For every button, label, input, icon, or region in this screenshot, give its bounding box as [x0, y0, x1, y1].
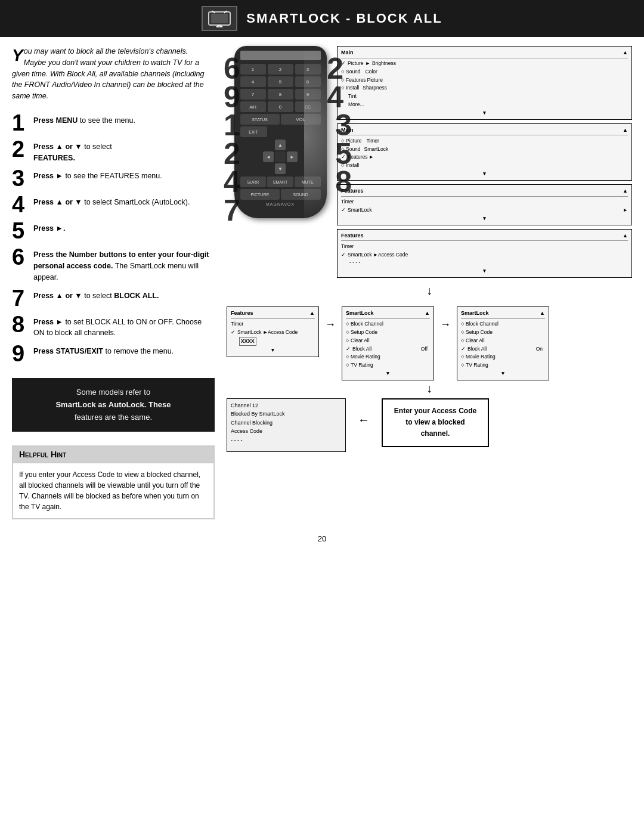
channel-blocked-area: Channel 12 Blocked By SmartLock Channel … — [227, 398, 632, 452]
step-9: 9 Press STATUS/EXIT to remove the menu. — [12, 342, 215, 365]
screen2-row4: ◇ Install — [341, 162, 628, 170]
screen6-bottom: ▼ — [346, 369, 430, 377]
logo-box — [202, 6, 237, 31]
screen1-row1: ✓ Picture ► Brightness — [341, 60, 628, 68]
some-models-box: Some models refer to SmartLock as AutoLo… — [12, 378, 215, 432]
tv-screen-1: Main ▲ ✓ Picture ► Brightness ◇ Sound Co… — [337, 46, 632, 120]
screen4-bottom: ▼ — [341, 267, 628, 275]
drop-cap: Y — [12, 47, 23, 64]
screen3-row1: Timer — [341, 198, 628, 206]
remote-btn-smart[interactable]: SMART — [267, 176, 293, 187]
screen5-row2: ✓ SmartLock ► Access Code — [231, 329, 315, 337]
step-7-number: 7 — [12, 287, 29, 309]
remote-btn-cc[interactable]: CC — [295, 101, 321, 112]
dpad-right[interactable]: ► — [287, 151, 298, 162]
step-1-number: 1 — [12, 112, 29, 134]
remote-btn-5[interactable]: 5 — [268, 76, 293, 87]
lower-screens: Features ▲ Timer ✓ SmartLock ► Access Co… — [227, 306, 632, 380]
helpful-hint-body: If you enter your Access Code to view a … — [13, 463, 213, 518]
screen1-row2: ◇ Sound Color — [341, 67, 628, 76]
screen7-bottom: ▼ — [461, 369, 545, 377]
screens-right-stack: Main ▲ ✓ Picture ► Brightness ◇ Sound Co… — [337, 46, 632, 278]
step-1-text: Press MENU to see the menu. — [33, 112, 135, 126]
tv-screen-4: Features ▲ Timer ✓ SmartLock ► Access Co… — [337, 229, 632, 278]
channel-row3: Channel Blocking — [231, 419, 342, 428]
remote-btn-2[interactable]: 2 — [268, 64, 293, 75]
page-header: SmartLock - Block All — [0, 0, 644, 37]
step-6-text: Press the Number buttons to enter your f… — [33, 246, 215, 283]
remote-screen-area — [240, 51, 321, 60]
channel-row4: Access Code — [231, 428, 342, 436]
screen7-row6: ◇ TV Rating — [461, 361, 545, 370]
screens-remote-area: 691247 1 2 3 4 5 6 7 8 — [227, 46, 632, 278]
remote-btn-4[interactable]: 4 — [240, 76, 266, 87]
remote-btn-vol[interactable]: VOL — [281, 114, 321, 125]
tv-screen-1-title: Main ▲ — [341, 49, 628, 58]
arrow-left-1: ← — [358, 398, 370, 427]
step-5-number: 5 — [12, 219, 29, 242]
screen2-row2: ◇ Sound SmartLock — [341, 145, 628, 153]
screen7-row1: ◇ Block Channel — [461, 320, 545, 329]
step-6: 6 Press the Number buttons to enter your… — [12, 246, 215, 283]
screen1-bottom: ▼ — [341, 109, 628, 117]
dpad-down[interactable]: ▼ — [275, 163, 286, 174]
remote-btn-mute[interactable]: MUTE — [295, 176, 321, 187]
tv-screen-2: Main ▲ ◇ Picture Timer ◇ Sound SmartLock… — [337, 123, 632, 181]
screen1-row6: More... — [341, 100, 628, 109]
step-4-text: Press ▲ or ▼ to select SmartLock (AutoLo… — [33, 193, 190, 208]
arrow-down-2: ↓ — [227, 382, 632, 395]
screen7-row3: ◇ Clear All — [461, 336, 545, 345]
screen1-row4: ◇ Install Sharpness — [341, 84, 628, 92]
remote-btn-a-h[interactable]: A/H — [240, 101, 266, 112]
tv-screen-6-title: SmartLock ▲ — [346, 309, 430, 319]
screen5-bottom: ▼ — [231, 346, 315, 354]
dpad-up[interactable]: ▲ — [275, 140, 286, 150]
remote-btn-exit[interactable]: EXIT — [240, 126, 267, 137]
screen7-row5: ◇ Movie Rating — [461, 353, 545, 361]
screen5-row3: XXXX — [231, 336, 315, 346]
dpad-left[interactable]: ◄ — [263, 151, 274, 162]
remote-dpad: ▲ ◄ ► ▼ — [263, 140, 298, 174]
screen2-row1: ◇ Picture Timer — [341, 137, 628, 145]
remote-btn-6[interactable]: 6 — [295, 76, 321, 87]
enter-code-text: Enter your Access Code to view a blocked… — [394, 407, 476, 438]
remote-btn-1[interactable]: 1 — [240, 64, 266, 75]
screen3-bottom: ▼ — [341, 214, 628, 222]
remote-exit-row: EXIT — [240, 126, 321, 137]
arrow-right-1: → — [325, 306, 336, 331]
step-2: 2 Press ▲ or ▼ to selectFEATURES. — [12, 138, 215, 164]
tv-screen-3: Features ▲ Timer ✓ SmartLock ► ▼ — [337, 184, 632, 225]
step-8-number: 8 — [12, 313, 29, 336]
screen4-row1: Timer — [341, 242, 628, 250]
remote-btn-surr[interactable]: SURR — [240, 176, 267, 187]
remote-btn-picture[interactable]: PICTURE — [240, 189, 280, 200]
remote-btn-8[interactable]: 8 — [268, 89, 293, 100]
step-5-text: Press ►. — [33, 219, 65, 234]
screen5-row1: Timer — [231, 320, 315, 329]
screen7-row2: ◇ Setup Code — [461, 329, 545, 337]
main-content: You may want to block all the television… — [0, 37, 644, 528]
remote-btn-9[interactable]: 9 — [295, 89, 321, 100]
arrow-right-2: → — [440, 306, 451, 331]
some-models-line1: Some models refer to — [21, 386, 205, 399]
dpad-center[interactable] — [275, 151, 286, 162]
step-1: 1 Press MENU to see the menu. — [12, 112, 215, 134]
helpful-hint-section: Helpful Hint If you enter your Access Co… — [12, 445, 215, 519]
screen6-row6: ◇ TV Rating — [346, 361, 430, 370]
arrow-down-1: ↓ — [227, 284, 632, 298]
channel-row2: Blocked By SmartLock — [231, 410, 342, 419]
tv-screen-4-title: Features ▲ — [341, 232, 628, 241]
remote-pic-sound-row: PICTURE SOUND — [240, 189, 321, 200]
dpad-empty-2 — [287, 140, 298, 150]
tv-screen-3-title: Features ▲ — [341, 187, 628, 197]
step-7: 7 Press ▲ or ▼ to select BLOCK ALL. — [12, 287, 215, 309]
screen4-row3: - - - - — [341, 259, 628, 267]
remote-btn-3[interactable]: 3 — [295, 64, 321, 75]
remote-btn-0[interactable]: 0 — [268, 101, 293, 112]
remote-btn-status[interactable]: STATUS — [240, 114, 280, 125]
remote-btn-sound[interactable]: SOUND — [281, 189, 321, 200]
helpful-hint-title: Helpful Hint — [13, 447, 213, 463]
remote-btn-7[interactable]: 7 — [240, 89, 266, 100]
some-models-line2-text: SmartLock as AutoLock. These — [55, 400, 171, 409]
step-3-number: 3 — [12, 167, 29, 190]
